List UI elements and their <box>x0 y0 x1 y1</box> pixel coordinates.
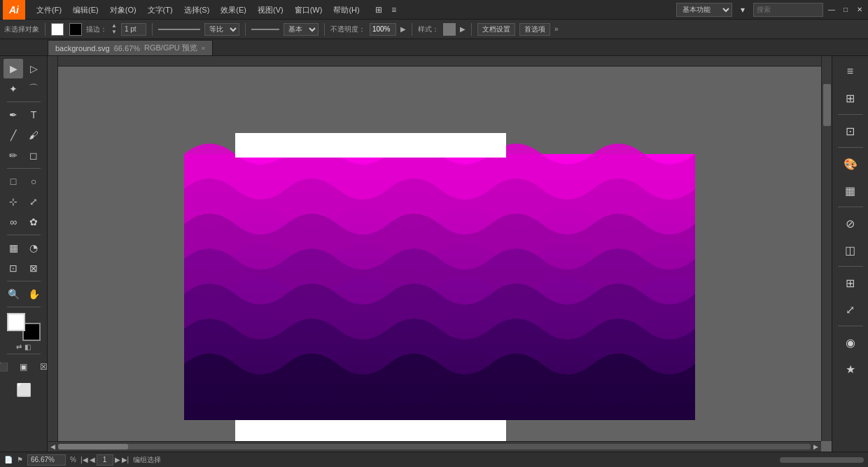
align-icon[interactable]: ≡ <box>386 2 402 18</box>
scroll-right-icon[interactable]: ▶ <box>813 443 818 450</box>
swap-colors-icon[interactable]: ⇄ <box>16 343 22 351</box>
page-last-btn[interactable]: ▶| <box>122 456 130 463</box>
scale-tool[interactable]: ⤢ <box>24 192 43 211</box>
hand-tool[interactable]: ✋ <box>24 284 43 304</box>
warp-tool[interactable]: ⊹ <box>4 192 23 211</box>
pencil-tool[interactable]: ✏ <box>4 146 23 165</box>
none-icon[interactable]: ☒ <box>34 357 48 377</box>
no-selection-label: 未选择对象 <box>4 25 39 34</box>
slice-tool[interactable]: ⊠ <box>24 258 43 278</box>
menu-edit[interactable]: 编辑(E) <box>67 0 104 20</box>
panel-gradient-icon[interactable]: ◫ <box>838 237 863 263</box>
panel-graphic-styles-icon[interactable]: ★ <box>838 356 863 382</box>
workspace-menu-icon[interactable]: ▾ <box>735 2 750 18</box>
status-flag-icon[interactable]: ⚑ <box>17 456 23 463</box>
pen-tool[interactable]: ✒ <box>4 105 23 125</box>
rp-sep-3 <box>838 207 863 207</box>
fg-color-swatch[interactable] <box>7 313 25 331</box>
blend-tool[interactable]: ∞ <box>4 212 23 232</box>
stroke-style-preview[interactable] <box>158 29 200 30</box>
status-document-icon[interactable]: 📄 <box>4 456 13 463</box>
color-fill-icon[interactable]: ⬛ <box>0 357 13 377</box>
brush-tool[interactable]: 🖌 <box>24 125 43 145</box>
artboard-tool[interactable]: ⊡ <box>4 258 23 278</box>
eraser-tool[interactable]: ◻ <box>24 146 43 165</box>
panel-stroke-icon[interactable]: ⊘ <box>838 211 863 236</box>
search-input[interactable] <box>753 3 823 17</box>
options-more-icon[interactable]: » <box>554 25 559 33</box>
menu-window[interactable]: 窗口(W) <box>289 0 328 20</box>
panel-properties-icon[interactable]: ≡ <box>838 59 863 84</box>
stroke-style-select[interactable]: 等比 <box>204 23 239 36</box>
scrollbar-horizontal-thumb[interactable] <box>58 444 811 449</box>
transform-icon[interactable]: ⊞ <box>371 2 386 18</box>
opacity-arrow[interactable]: ▶ <box>400 25 406 33</box>
style-swatch[interactable] <box>443 23 456 36</box>
default-colors-icon[interactable]: ◧ <box>24 343 31 351</box>
scrollbar-vertical-thumb[interactable] <box>823 84 831 126</box>
line-tool[interactable]: ╱ <box>4 125 23 145</box>
stroke-arrows[interactable]: ▲ ▼ <box>111 23 117 35</box>
tab-mode: RGB/GPU 预览 <box>144 43 197 53</box>
close-button[interactable]: ✕ <box>854 4 865 15</box>
direct-select-tool[interactable]: ▷ <box>24 59 43 78</box>
doc-tab[interactable]: background.svg 66.67% RGB/GPU 预览 × <box>48 40 213 55</box>
scroll-left-icon[interactable]: ◀ <box>50 443 55 450</box>
tool-row-pencil: ✏ ◻ <box>4 146 43 165</box>
lasso-tool[interactable]: ⌒ <box>24 79 43 99</box>
scrollbar-vertical[interactable] <box>821 56 832 441</box>
color-tools <box>7 313 41 341</box>
page-next-btn[interactable]: ▶ <box>115 456 120 463</box>
menu-file[interactable]: 文件(F) <box>31 0 67 20</box>
menu-select[interactable]: 选择(S) <box>178 0 216 20</box>
panel-transform-icon[interactable]: ⤢ <box>838 297 863 322</box>
status-bar: 📄 ⚑ % |◀ ◀ ▶ ▶| 编组选择 <box>0 452 868 467</box>
ai-logo: Ai <box>3 0 25 20</box>
page-input[interactable] <box>97 454 113 466</box>
gradient-icon[interactable]: ▣ <box>14 357 34 377</box>
ruler-vertical <box>48 56 58 441</box>
pie-graph-tool[interactable]: ◔ <box>24 238 43 258</box>
symbol-tool[interactable]: ✿ <box>24 212 43 232</box>
panel-swatches-icon[interactable]: ▦ <box>838 178 863 203</box>
panel-align-icon[interactable]: ⊞ <box>838 270 863 295</box>
rect-tool[interactable]: □ <box>4 172 23 191</box>
scrollbar-horizontal-thumb-inner[interactable] <box>58 444 128 449</box>
menu-bar: Ai 文件(F) 编辑(E) 对象(O) 文字(T) 选择(S) 效果(E) 视… <box>0 0 868 20</box>
tab-close-icon[interactable]: × <box>202 45 205 52</box>
fill-swatch[interactable] <box>51 23 64 36</box>
zoom-tool[interactable]: 🔍 <box>4 284 23 304</box>
stroke-size-input[interactable] <box>121 23 146 36</box>
workspace-select[interactable]: 基本功能 <box>676 3 732 17</box>
panel-libraries-icon[interactable]: ⊡ <box>838 118 863 144</box>
ellipse-tool[interactable]: ○ <box>24 172 43 191</box>
preferences-button[interactable]: 首选项 <box>519 23 550 36</box>
stroke-type-preview[interactable] <box>251 29 279 30</box>
panel-appearance-icon[interactable]: ◉ <box>838 330 863 355</box>
scrollbar-horizontal[interactable]: ◀ ▶ <box>48 441 821 452</box>
page-first-btn[interactable]: |◀ <box>80 456 88 463</box>
magic-wand-tool[interactable]: ✦ <box>4 79 23 99</box>
minimize-button[interactable]: — <box>826 4 837 15</box>
menu-view[interactable]: 视图(V) <box>252 0 289 20</box>
zoom-input[interactable] <box>27 454 66 466</box>
panel-layers-icon[interactable]: ⊞ <box>838 85 863 111</box>
menu-help[interactable]: 帮助(H) <box>328 0 365 20</box>
tool-row-shape: □ ○ <box>4 172 43 191</box>
page-prev-btn[interactable]: ◀ <box>90 456 95 463</box>
opacity-input[interactable] <box>370 23 396 36</box>
menu-object[interactable]: 对象(O) <box>104 0 142 20</box>
menu-effect[interactable]: 效果(E) <box>215 0 252 20</box>
type-tool[interactable]: T <box>24 105 43 125</box>
panel-color-icon[interactable]: 🎨 <box>838 151 863 176</box>
doc-settings-button[interactable]: 文档设置 <box>477 23 515 36</box>
style-arrow[interactable]: ▶ <box>460 25 465 33</box>
column-graph-tool[interactable]: ▦ <box>4 238 23 258</box>
status-progress-bar <box>780 457 864 463</box>
maximize-button[interactable]: □ <box>840 4 851 15</box>
stroke-type-select[interactable]: 基本 <box>284 23 318 36</box>
selection-tool[interactable]: ▶ <box>4 59 23 78</box>
stroke-swatch[interactable] <box>69 23 82 36</box>
screen-mode-icon[interactable]: ⬜ <box>14 380 34 400</box>
menu-type[interactable]: 文字(T) <box>142 0 178 20</box>
